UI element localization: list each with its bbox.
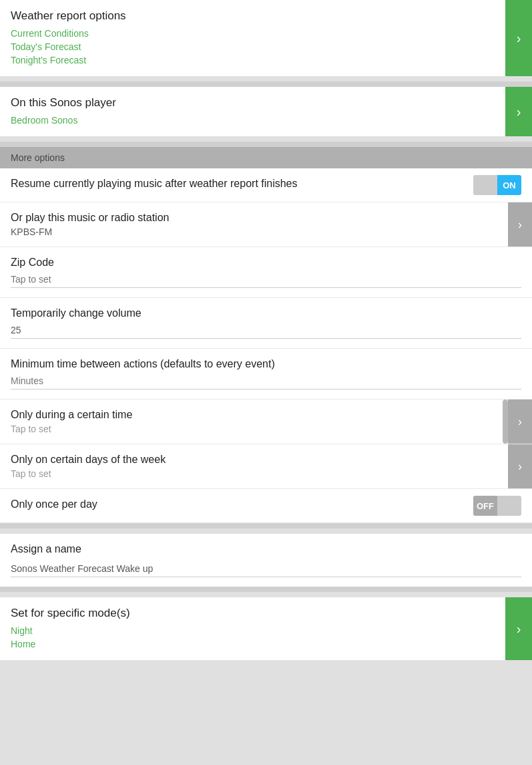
zip-code-label: Zip Code — [11, 257, 521, 269]
certain-time-row: Only during a certain time Tap to set › — [0, 400, 532, 444]
more-options-label: More options — [11, 152, 65, 163]
weather-report-chevron[interactable]: › — [505, 0, 532, 76]
toggle-off-label-text: OFF — [473, 496, 497, 516]
chevron-right-icon-4: › — [518, 415, 522, 429]
certain-days-chevron[interactable]: › — [508, 444, 532, 488]
toggle-off-right-side — [497, 496, 521, 516]
current-conditions-link[interactable]: Current Conditions — [0, 27, 505, 40]
separator-3 — [0, 523, 532, 528]
scrollbar — [503, 400, 508, 444]
mode-home-link[interactable]: Home — [11, 637, 495, 651]
mode-night-link[interactable]: Night — [11, 624, 495, 637]
resume-music-toggle[interactable]: ON — [473, 175, 521, 195]
play-music-chevron[interactable]: › — [508, 202, 532, 247]
chevron-right-icon-5: › — [518, 460, 522, 474]
weather-report-title: Weather report options — [0, 0, 505, 27]
once-per-day-label: Only once per day — [11, 498, 465, 510]
once-per-day-toggle[interactable]: OFF — [473, 496, 521, 516]
resume-music-row: Resume currently playing music after wea… — [0, 168, 532, 202]
sonos-player-card: On this Sonos player Bedroom Sonos › — [0, 87, 532, 136]
assign-name-title: Assign a name — [0, 534, 532, 561]
play-music-label: Or play this music or radio station — [11, 212, 499, 224]
toggle-on-side: ON — [497, 175, 521, 195]
play-music-value: KPBS-FM — [11, 226, 499, 237]
assign-name-input[interactable] — [11, 561, 521, 577]
chevron-right-icon: › — [517, 31, 521, 46]
certain-days-label: Only on certain days of the week — [11, 454, 499, 466]
todays-forecast-link[interactable]: Today's Forecast — [0, 40, 505, 53]
volume-label: Temporarily change volume — [11, 307, 521, 319]
tonights-forecast-link[interactable]: Tonight's Forecast — [0, 53, 505, 67]
sonos-player-chevron[interactable]: › — [505, 87, 532, 136]
set-mode-title: Set for specific mode(s) — [0, 597, 505, 624]
more-options-header: More options — [0, 147, 532, 168]
set-mode-chevron[interactable]: › — [505, 597, 532, 660]
certain-time-chevron[interactable]: › — [508, 400, 532, 444]
separator-2 — [0, 142, 532, 147]
volume-row: Temporarily change volume — [0, 298, 532, 349]
volume-input[interactable] — [11, 322, 521, 339]
min-time-label: Minimum time between actions (defaults t… — [11, 358, 521, 370]
weather-report-card: Weather report options Current Condition… — [0, 0, 532, 76]
chevron-right-icon-6: › — [517, 621, 521, 637]
toggle-off-control[interactable]: OFF — [473, 496, 521, 516]
sonos-player-title: On this Sonos player — [0, 87, 505, 114]
separator-4 — [0, 587, 532, 592]
resume-music-label: Resume currently playing music after wea… — [11, 178, 465, 190]
sonos-player-value[interactable]: Bedroom Sonos — [11, 114, 495, 127]
zip-code-input[interactable] — [11, 271, 521, 288]
certain-days-value: Tap to set — [11, 468, 499, 479]
min-time-row: Minimum time between actions (defaults t… — [0, 349, 532, 400]
play-music-row: Or play this music or radio station KPBS… — [0, 202, 532, 247]
toggle-off-side — [473, 175, 497, 195]
certain-time-label: Only during a certain time — [11, 409, 499, 421]
chevron-right-icon-3: › — [518, 218, 522, 232]
assign-name-section: Assign a name — [0, 534, 532, 587]
once-per-day-row: Only once per day OFF — [0, 489, 532, 523]
chevron-right-icon-2: › — [517, 104, 521, 120]
min-time-input[interactable] — [11, 373, 521, 390]
set-mode-section: Set for specific mode(s) Night Home › — [0, 597, 532, 660]
certain-time-value: Tap to set — [11, 424, 499, 434]
certain-days-row: Only on certain days of the week Tap to … — [0, 444, 532, 489]
separator-1 — [0, 82, 532, 87]
zip-code-row: Zip Code — [0, 247, 532, 298]
toggle-on-control[interactable]: ON — [473, 175, 521, 195]
